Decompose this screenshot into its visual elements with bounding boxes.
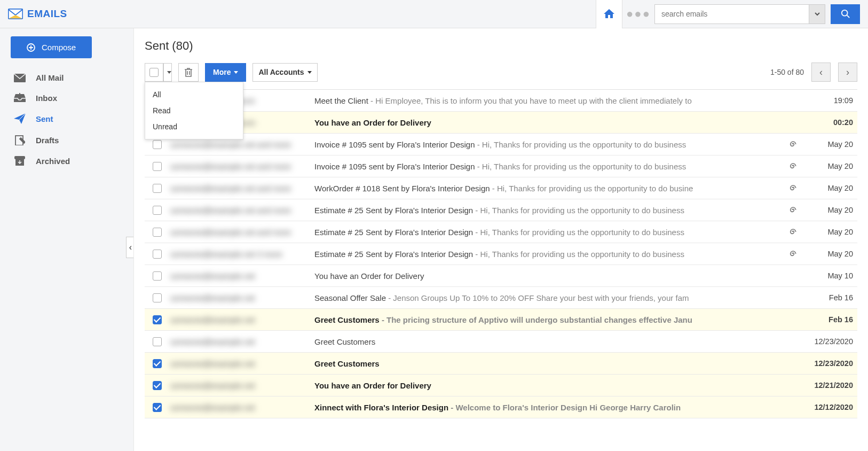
row-sender: someone@example.net 3 more	[170, 250, 309, 259]
row-checkbox[interactable]	[149, 337, 165, 346]
email-row[interactable]: someone@example.netGreet Customers - The…	[145, 309, 857, 331]
row-checkbox[interactable]	[149, 315, 165, 324]
row-checkbox[interactable]	[149, 228, 165, 237]
delete-button[interactable]	[178, 63, 199, 82]
row-checkbox[interactable]	[149, 359, 165, 368]
row-date: May 10	[805, 271, 853, 280]
row-date: 12/23/2020	[805, 359, 853, 368]
row-subject: Greet Customers	[314, 359, 782, 368]
pager: 1-50 of 80 ‹ ›	[770, 63, 857, 82]
select-all-checkbox[interactable]	[145, 63, 163, 82]
row-preview: - Jenson Groups Up To 10% to 20% OFF Sha…	[386, 293, 689, 302]
archive-icon	[13, 156, 26, 166]
email-row[interactable]: someone@example.netYou have an Order for…	[145, 265, 857, 287]
dropdown-item-read[interactable]: Read	[145, 103, 243, 119]
row-subject: Greet Customers	[314, 337, 782, 346]
svg-line-2	[847, 15, 849, 18]
sidebar-item-sent[interactable]: Sent	[8, 108, 125, 129]
svg-rect-8	[14, 156, 25, 159]
row-sender: someone@example.net and more	[170, 184, 309, 193]
email-row[interactable]: someone@example.net and moreInvoice # 10…	[145, 155, 857, 177]
row-subject: Invoice # 1095 sent by Flora's Interior …	[314, 140, 782, 149]
home-icon	[603, 7, 616, 20]
toolbar: All Read Unread More All Accounts 1-50 o…	[145, 63, 857, 82]
row-preview: - Hi, Thanks for providing us the opport…	[475, 162, 686, 171]
row-subject: Estimate # 25 Sent by Flora's Interior D…	[314, 228, 782, 237]
accounts-dropdown[interactable]: All Accounts	[252, 63, 317, 82]
email-row[interactable]: support@outerijam.comYou have an Order f…	[145, 112, 857, 134]
pager-prev-button[interactable]: ‹	[811, 63, 831, 82]
row-date: May 20	[805, 228, 853, 236]
attachment-icon	[787, 250, 800, 258]
email-row[interactable]: someone@example.netXinnect with Flora's …	[145, 396, 857, 418]
email-row[interactable]: someone@example.net and moreWorkOrder # …	[145, 177, 857, 199]
email-row[interactable]: someone@example.net and moreEstimate # 2…	[145, 199, 857, 221]
page-title: Sent (80)	[145, 39, 857, 53]
chevron-right-icon: ›	[846, 67, 849, 78]
row-subject: WorkOrder # 1018 Sent by Flora's Interio…	[314, 184, 782, 193]
row-subject: Invoice # 1095 sent by Flora's Interior …	[314, 162, 782, 171]
row-checkbox[interactable]	[149, 381, 165, 390]
caret-down-icon	[234, 71, 238, 74]
row-preview: - The pricing structure of Apptivo will …	[382, 315, 692, 324]
search-button[interactable]	[831, 4, 860, 24]
email-row[interactable]: someone@example.net and moreInvoice # 10…	[145, 134, 857, 155]
row-checkbox[interactable]	[149, 140, 165, 149]
sidebar-item-drafts[interactable]: Drafts	[8, 129, 125, 151]
more-apps-button[interactable]: ●●●	[628, 7, 649, 21]
attachment-icon	[787, 206, 800, 214]
row-sender: someone@example.net	[170, 271, 309, 281]
row-date: 19:09	[805, 96, 853, 105]
search-input[interactable]	[655, 5, 809, 24]
select-filter-dropdown: All Read Unread	[145, 82, 243, 139]
email-row[interactable]: someone@example.net 3 moreEstimate # 25 …	[145, 243, 857, 265]
row-preview: - Hi Employee, This is to inform you tha…	[368, 96, 692, 105]
sidebar-item-label: Archived	[36, 157, 70, 166]
row-preview: - Hi, Thanks for providing us the opport…	[490, 184, 693, 193]
search-dropdown-button[interactable]	[809, 5, 825, 24]
row-checkbox[interactable]	[149, 206, 165, 215]
attachment-icon	[787, 162, 800, 170]
app-title: EMAILS	[27, 8, 67, 20]
sidebar-item-inbox[interactable]: Inbox	[8, 88, 125, 108]
row-subject: Estimate # 25 Sent by Flora's Interior D…	[314, 250, 782, 259]
email-row[interactable]: someone@example.netGreet Customers12/23/…	[145, 331, 857, 353]
row-subject: You have an Order for Delivery	[314, 271, 782, 281]
home-button[interactable]	[596, 0, 622, 28]
email-row[interactable]: someone@example.netYou have an Order for…	[145, 375, 857, 396]
dropdown-item-all[interactable]: All	[145, 87, 243, 103]
draft-icon	[13, 135, 26, 145]
compose-label: Compose	[42, 43, 76, 52]
row-checkbox[interactable]	[149, 403, 165, 412]
email-row[interactable]: someone@example.net and moreEstimate # 2…	[145, 221, 857, 243]
row-subject: Greet Customers - The pricing structure …	[314, 315, 782, 324]
sidebar-item-label: Inbox	[36, 94, 57, 103]
row-sender: someone@example.net	[170, 403, 309, 412]
row-checkbox[interactable]	[149, 250, 165, 259]
row-date: 12/21/2020	[805, 381, 853, 390]
email-row[interactable]: noreply@outerijam.comMeet the Client - H…	[145, 90, 857, 112]
dropdown-item-unread[interactable]: Unread	[145, 119, 243, 135]
caret-down-icon	[307, 71, 312, 74]
sidebar-item-archived[interactable]: Archived	[8, 151, 125, 171]
row-checkbox[interactable]	[149, 162, 165, 171]
row-sender: someone@example.net	[170, 337, 309, 346]
trash-icon	[184, 67, 193, 77]
select-filter-dropdown-button[interactable]	[163, 63, 172, 82]
plus-circle-icon	[27, 43, 35, 52]
more-button[interactable]: More	[205, 63, 246, 82]
compose-button[interactable]: Compose	[11, 36, 92, 58]
app-header: EMAILS ●●●	[0, 0, 868, 28]
row-checkbox[interactable]	[149, 293, 165, 302]
email-row[interactable]: someone@example.netGreet Customers12/23/…	[145, 353, 857, 375]
svg-point-1	[841, 10, 847, 16]
sidebar-item-all-mail[interactable]: All Mail	[8, 68, 125, 88]
row-checkbox[interactable]	[149, 184, 165, 193]
attachment-icon	[787, 141, 800, 148]
email-row[interactable]: someone@example.netSeasonal Offer Sale -…	[145, 287, 857, 309]
pager-next-button[interactable]: ›	[838, 63, 857, 82]
row-sender: someone@example.net	[170, 293, 309, 302]
select-all-split: All Read Unread	[145, 63, 172, 82]
row-checkbox[interactable]	[149, 271, 165, 281]
more-label: More	[213, 68, 231, 76]
